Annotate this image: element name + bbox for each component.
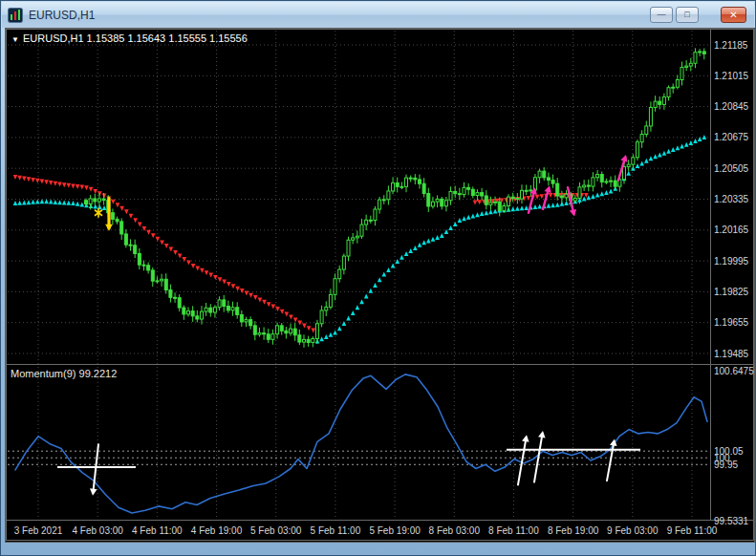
minimize-button[interactable]: — (650, 7, 673, 23)
svg-text:1.19995: 1.19995 (714, 256, 749, 267)
minimize-icon: — (658, 11, 666, 19)
svg-text:99.95: 99.95 (714, 460, 738, 470)
close-icon: ✕ (729, 11, 737, 20)
svg-text:1.20845: 1.20845 (714, 101, 749, 112)
svg-text:EURUSD,H1 1.15385 1.15643 1.1: EURUSD,H1 1.15385 1.15643 1.15555 1.1555… (23, 32, 248, 44)
svg-text:1.21185: 1.21185 (714, 40, 748, 51)
svg-text:8 Feb 19:00: 8 Feb 19:00 (548, 525, 599, 536)
window-controls: — □ ✕ (647, 7, 746, 23)
svg-text:1.20335: 1.20335 (714, 194, 749, 204)
svg-text:1.20505: 1.20505 (714, 163, 749, 174)
svg-text:Momentum(9) 99.2212: Momentum(9) 99.2212 (11, 368, 117, 379)
svg-text:5 Feb 11:00: 5 Feb 11:00 (311, 525, 361, 536)
chart-client-area: 1.211851.210151.208451.206751.205051.203… (5, 28, 755, 543)
maximize-icon: □ (684, 11, 689, 19)
svg-text:8 Feb 03:00: 8 Feb 03:00 (429, 525, 481, 536)
svg-text:1.20675: 1.20675 (714, 132, 749, 142)
svg-text:1.19825: 1.19825 (714, 287, 749, 297)
svg-text:3 Feb 2021: 3 Feb 2021 (14, 525, 63, 536)
svg-text:99.5331: 99.5331 (714, 516, 749, 526)
svg-text:100.6475: 100.6475 (714, 366, 754, 376)
svg-text:1.19485: 1.19485 (714, 349, 749, 359)
svg-text:8 Feb 11:00: 8 Feb 11:00 (488, 525, 539, 536)
svg-text:9 Feb 11:00: 9 Feb 11:00 (667, 525, 718, 536)
maximize-button[interactable]: □ (676, 7, 699, 23)
momentum-label: Momentum(9) 99.2212 (11, 368, 117, 379)
chart-canvas[interactable]: 1.211851.210151.208451.206751.205051.203… (6, 29, 754, 541)
titlebar[interactable]: EURUSD,H1 — □ ✕ (2, 2, 754, 28)
svg-text:4 Feb 11:00: 4 Feb 11:00 (132, 525, 183, 536)
svg-text:4 Feb 03:00: 4 Feb 03:00 (72, 525, 123, 536)
svg-text:1.19655: 1.19655 (714, 317, 749, 328)
svg-text:9 Feb 03:00: 9 Feb 03:00 (607, 525, 659, 536)
close-button[interactable]: ✕ (721, 7, 746, 23)
terminal-window: EURUSD,H1 — □ ✕ 1.211851.210151.208451.2… (0, 0, 756, 556)
svg-text:5 Feb 19:00: 5 Feb 19:00 (369, 525, 421, 536)
window-title: EURUSD,H1 (29, 9, 95, 22)
svg-text:1.21015: 1.21015 (714, 71, 749, 81)
svg-text:▼: ▼ (11, 35, 19, 44)
svg-text:1.20165: 1.20165 (714, 225, 749, 235)
symbol-ohlc-label: ▼EURUSD,H1 1.15385 1.15643 1.15555 1.155… (11, 32, 248, 44)
svg-text:4 Feb 19:00: 4 Feb 19:00 (191, 525, 243, 536)
window-icon (8, 8, 23, 23)
chart-background (6, 29, 754, 541)
svg-text:5 Feb 03:00: 5 Feb 03:00 (250, 525, 302, 536)
